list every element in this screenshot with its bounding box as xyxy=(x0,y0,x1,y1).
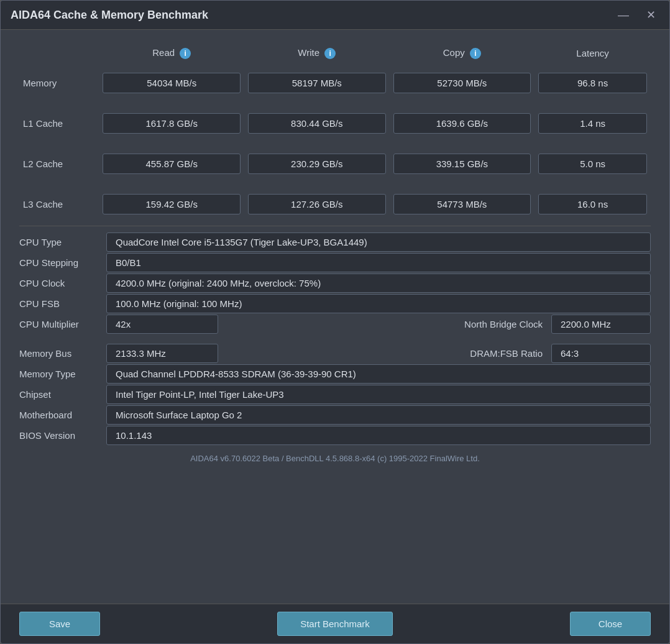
footer-note: AIDA64 v6.70.6022 Beta / BenchDLL 4.5.86… xyxy=(19,446,651,466)
chipset-label: Chipset xyxy=(19,385,106,404)
bench-copy-value: 52730 MB/s xyxy=(393,73,531,93)
memory-bus-row: Memory Bus 2133.3 MHz DRAM:FSB Ratio 64:… xyxy=(19,344,651,363)
bench-row: L3 Cache 159.42 GB/s 127.26 GB/s 54773 M… xyxy=(19,189,651,219)
bench-row-label: L1 Cache xyxy=(19,108,99,139)
bench-read-value: 1617.8 GB/s xyxy=(103,113,241,134)
north-bridge-value: 2200.0 MHz xyxy=(551,315,651,334)
cpu-multiplier-label: CPU Multiplier xyxy=(19,315,106,334)
memory-bus-value: 2133.3 MHz xyxy=(106,344,218,363)
bench-row-label: Memory xyxy=(19,68,99,98)
main-content: Read i Write i Copy i Latency Memory xyxy=(1,30,669,604)
bench-read-value: 159.42 GB/s xyxy=(103,194,241,214)
bench-write-cell: 830.44 GB/s xyxy=(244,108,390,139)
minimize-button[interactable]: — xyxy=(614,8,633,22)
cpu-fsb-row: CPU FSB 100.0 MHz (original: 100 MHz) xyxy=(19,294,651,313)
bench-row: L1 Cache 1617.8 GB/s 830.44 GB/s 1639.6 … xyxy=(19,108,651,139)
close-button[interactable]: ✕ xyxy=(643,8,659,22)
bench-write-cell: 58197 MB/s xyxy=(244,68,390,98)
cpu-multiplier-value: 42x xyxy=(106,315,218,334)
bench-copy-cell: 54773 MB/s xyxy=(390,189,535,219)
cpu-type-label: CPU Type xyxy=(19,232,106,252)
bench-write-value: 58197 MB/s xyxy=(248,73,386,93)
bench-copy-value: 339.15 GB/s xyxy=(393,154,531,174)
cpu-stepping-label: CPU Stepping xyxy=(19,253,106,272)
col-header-read: Read i xyxy=(99,42,244,68)
memory-type-label: Memory Type xyxy=(19,364,106,384)
memory-type-row: Memory Type Quad Channel LPDDR4-8533 SDR… xyxy=(19,364,651,384)
cpu-multiplier-row: CPU Multiplier 42x North Bridge Clock 22… xyxy=(19,315,651,334)
bench-write-cell: 230.29 GB/s xyxy=(244,149,390,179)
dram-ratio-label: DRAM:FSB Ratio xyxy=(218,348,551,359)
bench-latency-cell: 5.0 ns xyxy=(535,149,651,179)
bench-read-cell: 1617.8 GB/s xyxy=(99,108,244,139)
close-button-bar[interactable]: Close xyxy=(570,612,651,636)
col-header-copy: Copy i xyxy=(390,42,535,68)
dram-ratio-value: 64:3 xyxy=(551,344,651,363)
cpu-stepping-value: B0/B1 xyxy=(106,253,651,272)
bench-row: L2 Cache 455.87 GB/s 230.29 GB/s 339.15 … xyxy=(19,149,651,179)
cpu-type-row: CPU Type QuadCore Intel Core i5-1135G7 (… xyxy=(19,232,651,252)
copy-info-icon[interactable]: i xyxy=(470,48,481,59)
bench-read-cell: 54034 MB/s xyxy=(99,68,244,98)
bench-latency-value: 1.4 ns xyxy=(538,113,647,134)
bench-read-value: 54034 MB/s xyxy=(103,73,241,93)
bench-copy-value: 1639.6 GB/s xyxy=(393,113,531,134)
chipset-row: Chipset Intel Tiger Point-LP, Intel Tige… xyxy=(19,385,651,404)
write-info-icon[interactable]: i xyxy=(324,48,336,59)
cpu-type-value: QuadCore Intel Core i5-1135G7 (Tiger Lak… xyxy=(106,232,651,252)
bench-row: Memory 54034 MB/s 58197 MB/s 52730 MB/s … xyxy=(19,68,651,98)
cpu-fsb-label: CPU FSB xyxy=(19,294,106,313)
bench-write-value: 127.26 GB/s xyxy=(248,194,386,214)
bench-latency-value: 5.0 ns xyxy=(538,154,647,174)
motherboard-value: Microsoft Surface Laptop Go 2 xyxy=(106,405,651,425)
bench-write-value: 830.44 GB/s xyxy=(248,113,386,134)
bios-value: 10.1.143 xyxy=(106,426,651,445)
col-header-latency: Latency xyxy=(535,42,651,68)
main-window: AIDA64 Cache & Memory Benchmark — ✕ Read… xyxy=(0,0,670,644)
bench-latency-value: 16.0 ns xyxy=(538,194,647,214)
bench-write-value: 230.29 GB/s xyxy=(248,154,386,174)
window-controls: — ✕ xyxy=(614,8,659,22)
save-button[interactable]: Save xyxy=(19,612,100,636)
benchmark-table: Read i Write i Copy i Latency Memory xyxy=(19,42,651,219)
bench-latency-value: 96.8 ns xyxy=(538,73,647,93)
cpu-clock-row: CPU Clock 4200.0 MHz (original: 2400 MHz… xyxy=(19,274,651,293)
start-benchmark-button[interactable]: Start Benchmark xyxy=(277,612,393,636)
cpu-stepping-row: CPU Stepping B0/B1 xyxy=(19,253,651,272)
button-bar: Save Start Benchmark Close xyxy=(1,604,669,643)
memory-bus-label: Memory Bus xyxy=(19,344,106,363)
bench-read-cell: 159.42 GB/s xyxy=(99,189,244,219)
north-bridge-label: North Bridge Clock xyxy=(218,319,551,329)
bench-row-label: L3 Cache xyxy=(19,189,99,219)
cpu-clock-value: 4200.0 MHz (original: 2400 MHz, overcloc… xyxy=(106,274,651,293)
bench-latency-cell: 96.8 ns xyxy=(535,68,651,98)
cpu-fsb-value: 100.0 MHz (original: 100 MHz) xyxy=(106,294,651,313)
bench-copy-cell: 339.15 GB/s xyxy=(390,149,535,179)
bench-read-value: 455.87 GB/s xyxy=(103,154,241,174)
memory-type-value: Quad Channel LPDDR4-8533 SDRAM (36-39-39… xyxy=(106,364,651,384)
col-header-write: Write i xyxy=(244,42,390,68)
motherboard-label: Motherboard xyxy=(19,405,106,425)
bench-copy-cell: 52730 MB/s xyxy=(390,68,535,98)
bios-row: BIOS Version 10.1.143 xyxy=(19,426,651,445)
bench-copy-cell: 1639.6 GB/s xyxy=(390,108,535,139)
bench-latency-cell: 16.0 ns xyxy=(535,189,651,219)
bench-copy-value: 54773 MB/s xyxy=(393,194,531,214)
title-bar: AIDA64 Cache & Memory Benchmark — ✕ xyxy=(1,1,669,30)
motherboard-row: Motherboard Microsoft Surface Laptop Go … xyxy=(19,405,651,425)
window-title: AIDA64 Cache & Memory Benchmark xyxy=(11,9,208,22)
bench-read-cell: 455.87 GB/s xyxy=(99,149,244,179)
info-section: CPU Type QuadCore Intel Core i5-1135G7 (… xyxy=(19,232,651,445)
read-info-icon[interactable]: i xyxy=(180,48,191,59)
cpu-clock-label: CPU Clock xyxy=(19,274,106,293)
bios-label: BIOS Version xyxy=(19,426,106,445)
bench-write-cell: 127.26 GB/s xyxy=(244,189,390,219)
chipset-value: Intel Tiger Point-LP, Intel Tiger Lake-U… xyxy=(106,385,651,404)
bench-latency-cell: 1.4 ns xyxy=(535,108,651,139)
bench-row-label: L2 Cache xyxy=(19,149,99,179)
